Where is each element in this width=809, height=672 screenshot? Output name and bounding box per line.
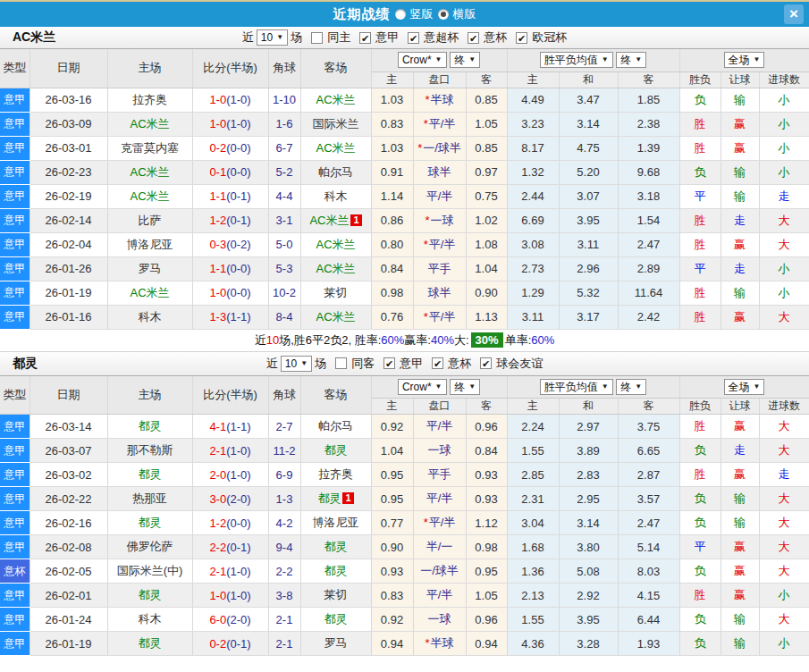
team-cell-self: AC米兰 [107, 160, 192, 184]
corner-cell: 4-4 [268, 184, 300, 208]
result-cell: 负 [679, 559, 721, 584]
final-select[interactable]: 终▼ [616, 379, 646, 395]
scope-select[interactable]: 全场▼ [724, 52, 765, 68]
date-cell: 26-01-19 [29, 281, 107, 305]
league-label[interactable]: 意杯 [484, 29, 507, 46]
handicap-result-cell: 输 [721, 487, 759, 511]
table-row: 意甲26-02-16都灵1-2(0-0)4-2博洛尼亚0.77*平/半1.123… [0, 511, 809, 535]
handicap-home-odds: 0.95 [371, 463, 413, 487]
sub-col-header: 客 [618, 399, 679, 415]
handicap-cell: 一/球半 [413, 559, 466, 584]
halftime-score: (0-0) [226, 262, 250, 275]
handicap-away-odds: 1.05 [466, 112, 507, 136]
final-select[interactable]: 终▼ [450, 52, 480, 68]
match-count-select[interactable]: 10▼ [281, 356, 312, 372]
chevron-down-icon: ▼ [468, 380, 476, 394]
league-checkbox-意杯[interactable] [468, 32, 479, 44]
matches-label: 场 [291, 29, 302, 46]
team-label: AC米兰 [130, 189, 169, 203]
team-cell-self: AC米兰 [107, 112, 192, 136]
match-count-select[interactable]: 10▼ [257, 29, 288, 46]
odds-type-select[interactable]: 胜平负均值▼ [540, 52, 613, 68]
fulltime-score: 0-3 [209, 238, 226, 251]
result-cell: 平 [679, 535, 721, 559]
odds-draw: 2.83 [559, 463, 618, 487]
same-venue-label[interactable]: 同主 [327, 29, 350, 46]
same-venue-checkbox[interactable] [335, 357, 347, 369]
goals-result-cell: 小 [759, 256, 809, 281]
team-cell: 莱切 [300, 584, 371, 608]
final-select[interactable]: 终▼ [450, 379, 480, 395]
handicap-group-header: Crow*▼ 终▼ [371, 376, 507, 399]
team-cell: 国际米兰 [300, 112, 371, 136]
league-type-cell: 意甲 [0, 281, 29, 305]
corner-cell: 10-2 [268, 281, 300, 305]
goals-result-cell: 小 [759, 160, 809, 184]
team-label: AC米兰 [316, 238, 355, 251]
result-cell: 胜 [679, 463, 721, 487]
radio-vertical-label[interactable]: 竖版 [410, 6, 434, 22]
chevron-down-icon: ▼ [635, 53, 642, 67]
handicap-home-odds: 1.03 [371, 136, 413, 160]
handicap-result-cell: 输 [721, 88, 759, 112]
handicap-home-odds: 0.94 [371, 632, 413, 656]
team-label: 罗马 [324, 636, 348, 650]
final-select[interactable]: 终▼ [616, 52, 646, 68]
final-select-value: 终 [620, 380, 631, 394]
result-cell: 负 [679, 88, 721, 112]
score-cell: 1-1(0-1) [192, 184, 268, 208]
section-controls: 都灵近10▼场同客意甲意杯球会友谊 [0, 352, 809, 376]
league-label[interactable]: 球会友谊 [496, 356, 543, 372]
result-cell: 胜 [679, 281, 721, 305]
odds-away: 6.65 [618, 439, 679, 463]
halftime-score: (0-1) [226, 541, 250, 554]
handicap-away-odds: 1.05 [466, 584, 507, 608]
summary-text: 40% [431, 333, 454, 347]
league-label[interactable]: 意杯 [448, 356, 471, 372]
league-label[interactable]: 意超杯 [424, 29, 459, 46]
sub-col-header: 客 [466, 71, 507, 88]
result-cell: 平 [679, 256, 721, 281]
league-label[interactable]: 意甲 [375, 29, 399, 46]
handicap-home-odds: 0.84 [371, 256, 413, 281]
sub-col-header: 和 [559, 399, 618, 415]
league-label[interactable]: 欧冠杯 [532, 29, 567, 46]
same-venue-label[interactable]: 同客 [351, 356, 375, 372]
handicap-away-odds: 0.96 [466, 608, 507, 632]
odds-draw: 4.75 [559, 136, 618, 160]
league-type-cell: 意甲 [0, 511, 29, 535]
team-cell: 科木 [300, 184, 371, 208]
corner-cell: 11-2 [268, 439, 300, 463]
odds-type-select[interactable]: 胜平负均值▼ [540, 379, 613, 395]
league-type-cell: 意甲 [0, 632, 29, 656]
handicap-away-odds: 1.04 [466, 256, 507, 281]
handicap-cell: 平/半 [413, 415, 466, 439]
bookmaker-select[interactable]: Crow*▼ [398, 379, 447, 395]
league-checkbox-意超杯[interactable] [408, 32, 419, 44]
league-checkbox-意甲[interactable] [383, 357, 395, 369]
date-cell: 26-03-01 [29, 136, 107, 160]
league-type-cell: 意甲 [0, 463, 29, 487]
score-cell: 0-1(0-0) [192, 160, 268, 184]
fulltime-score: 1-0 [209, 589, 226, 602]
odds-draw: 5.20 [559, 160, 618, 184]
team-cell: 博洛尼亚 [300, 511, 371, 535]
bookmaker-select[interactable]: Crow*▼ [398, 52, 447, 68]
odds-away: 6.44 [618, 608, 679, 632]
league-checkbox-球会友谊[interactable] [480, 357, 492, 369]
league-checkbox-意甲[interactable] [359, 32, 371, 44]
league-checkbox-意杯[interactable] [432, 357, 443, 369]
league-label[interactable]: 意甲 [400, 356, 423, 372]
radio-vertical-layout[interactable] [395, 9, 406, 20]
same-venue-checkbox[interactable] [311, 32, 323, 44]
halftime-score: (0-0) [226, 165, 250, 179]
goals-result-cell: 大 [759, 232, 809, 256]
team-label: AC米兰 [316, 141, 355, 155]
radio-horizontal-layout[interactable] [438, 9, 449, 20]
radio-horizontal-label[interactable]: 横版 [453, 6, 476, 22]
league-checkbox-欧冠杯[interactable] [516, 32, 527, 44]
sections-container: AC米兰近10▼场同主意甲意超杯意杯欧冠杯类型日期主场比分(半场)角球客场Cro… [0, 27, 809, 656]
close-icon[interactable]: × [784, 4, 804, 24]
scope-select[interactable]: 全场▼ [724, 379, 765, 395]
handicap-result-cell: 赢 [721, 415, 759, 439]
